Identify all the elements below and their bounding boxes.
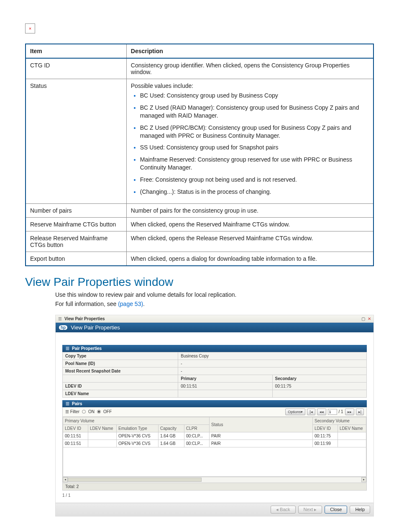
cell: PAIR (210, 439, 313, 447)
cell (88, 439, 117, 447)
cell: OPEN-V*36 CVS (117, 439, 159, 447)
col-sec-ldev-name[interactable]: LDEV Name (338, 424, 366, 432)
group-primary: Primary Volume (63, 417, 210, 424)
group-status[interactable]: Status (210, 417, 313, 432)
section-title: Pairs (72, 401, 82, 406)
col-emu[interactable]: Emulation Type (117, 424, 159, 432)
page-first-button[interactable]: |◂ (307, 409, 315, 415)
total-row: Total: 2 (62, 483, 367, 491)
cell: 00:11:51 (63, 439, 88, 447)
prop-value (272, 390, 366, 397)
pairs-header[interactable]: ☰ Pairs (62, 400, 367, 407)
col-header-description: Description (126, 44, 373, 58)
cell (338, 439, 366, 447)
page-prev-button[interactable]: ◂◂ (317, 409, 326, 415)
prop-label: Most Recent Snapshot Date (63, 367, 178, 375)
back-button[interactable]: ◂ Back (271, 506, 296, 514)
page-input[interactable] (328, 409, 337, 415)
page-link[interactable]: (page 53) (118, 301, 143, 307)
prop-value: - (178, 360, 367, 367)
col-ldev-id[interactable]: LDEV ID (63, 424, 88, 432)
section-paragraph: For full information, see (page 53). (55, 301, 374, 307)
horizontal-scrollbar[interactable]: ◂ ▸ (62, 477, 367, 483)
pairs-grid: Primary Volume Status Secondary Volume L… (63, 417, 366, 477)
pairs-toolbar: ☰ Filter ON OFF Options ▾ |◂ ◂◂ / 1 ▸▸ ▸… (62, 407, 367, 417)
cell: 00:11:51 (63, 432, 88, 439)
grid-empty-space (63, 447, 366, 476)
table-row: Export button When clicked, opens a dial… (26, 252, 373, 266)
prop-label: Pool Name (ID) (63, 360, 178, 367)
cell: PAIR (210, 432, 313, 439)
wizard-footer: ◂ Back Next ▸ Close Help (56, 503, 373, 516)
cell (88, 432, 117, 439)
grid-row[interactable]: 00:11:51 OPEN-V*36 CVS 1.64 GB 00:CLP...… (63, 432, 366, 439)
filter-on-radio[interactable] (82, 410, 86, 414)
cell: 00:CLP... (184, 432, 210, 439)
text: . (143, 301, 145, 307)
item-cell: Export button (26, 252, 126, 266)
maximize-icon[interactable]: ▢ (361, 316, 365, 321)
pair-properties-header[interactable]: ☰ Pair Properties (62, 345, 367, 352)
scroll-left-icon[interactable]: ◂ (63, 477, 68, 482)
table-row: Number of pairs Number of pairs for the … (26, 203, 373, 217)
list-item: (Changing...): Status is in the process … (140, 188, 369, 196)
item-description-table: Item Description CTG ID Consistency grou… (25, 44, 374, 266)
hp-logo: hp (59, 325, 67, 330)
col-cap[interactable]: Capacity (159, 424, 184, 432)
desc-lead: Possible values include: (131, 82, 193, 89)
options-button[interactable]: Options ▾ (285, 409, 305, 415)
scroll-right-icon[interactable]: ▸ (361, 477, 366, 482)
list-item: BC Z Used (RAID Manager): Consistency gr… (140, 104, 369, 120)
table-row: Reserve Mainframe CTGs button When click… (26, 217, 373, 231)
prop-value: 00:11:75 (272, 382, 366, 390)
cell (338, 432, 366, 439)
table-row: Release Reserved Mainframe CTGs button W… (26, 231, 373, 252)
off-label: OFF (103, 409, 112, 414)
cell: 1.64 GB (159, 432, 184, 439)
page-total: / 1 (339, 409, 343, 414)
group-secondary: Secondary Volume (312, 417, 366, 424)
item-cell: Status (26, 79, 126, 204)
collapse-icon[interactable]: ☰ (58, 316, 62, 321)
col-clpr[interactable]: CLPR (184, 424, 210, 432)
desc-cell: Number of pairs for the consistency grou… (126, 203, 373, 217)
cell: 00:CLP... (184, 439, 210, 447)
header-title: View Pair Properties (71, 324, 120, 331)
filter-label: ☰ Filter (65, 409, 79, 414)
on-label: ON (88, 409, 95, 414)
col-primary: Primary (178, 375, 272, 382)
item-cell: Release Reserved Mainframe CTGs button (26, 231, 126, 252)
cell: 00:11:99 (312, 439, 338, 447)
list-item: Mainframe Reserved: Consistency group re… (140, 156, 369, 172)
grid-row[interactable]: 00:11:51 OPEN-V*36 CVS 1.64 GB 00:CLP...… (63, 439, 366, 447)
list-item: SS Used: Consistency group used for Snap… (140, 144, 369, 152)
desc-cell: Consistency group identifier. When click… (126, 58, 373, 79)
collapse-icon: ☰ (66, 346, 69, 351)
next-button[interactable]: Next ▸ (298, 506, 322, 514)
prop-label: LDEV Name (63, 390, 178, 397)
desc-cell: Possible values include: BC Used: Consis… (126, 79, 373, 204)
window-titlebar: ☰ View Pair Properties ▢ ✕ (56, 315, 373, 323)
close-icon[interactable]: ✕ (368, 316, 371, 321)
item-cell: Number of pairs (26, 203, 126, 217)
help-button[interactable]: Help (350, 506, 370, 514)
item-cell: CTG ID (26, 58, 126, 79)
prop-label: Copy Type (63, 352, 178, 360)
col-secondary: Secondary (272, 375, 366, 382)
pair-properties-table: Copy Type Business Copy Pool Name (ID) -… (62, 352, 367, 398)
cell: 00:11:75 (312, 432, 338, 439)
table-row: Status Possible values include: BC Used:… (26, 79, 373, 204)
text: For full information, see (55, 301, 118, 307)
scroll-thumb[interactable] (68, 478, 202, 482)
col-sec-ldev-id[interactable]: LDEV ID (312, 424, 338, 432)
filter-off-radio[interactable] (97, 410, 101, 414)
page-next-button[interactable]: ▸▸ (345, 409, 354, 415)
view-pair-properties-window: ☰ View Pair Properties ▢ ✕ hp View Pair … (55, 315, 374, 517)
broken-image-icon: × (25, 23, 35, 33)
col-ldev-name[interactable]: LDEV Name (88, 424, 117, 432)
header-bar: hp View Pair Properties (56, 323, 373, 332)
close-button[interactable]: Close (325, 506, 347, 514)
prop-value: - (178, 367, 367, 375)
section-heading: View Pair Properties window (25, 275, 374, 289)
page-last-button[interactable]: ▸| (356, 409, 364, 415)
